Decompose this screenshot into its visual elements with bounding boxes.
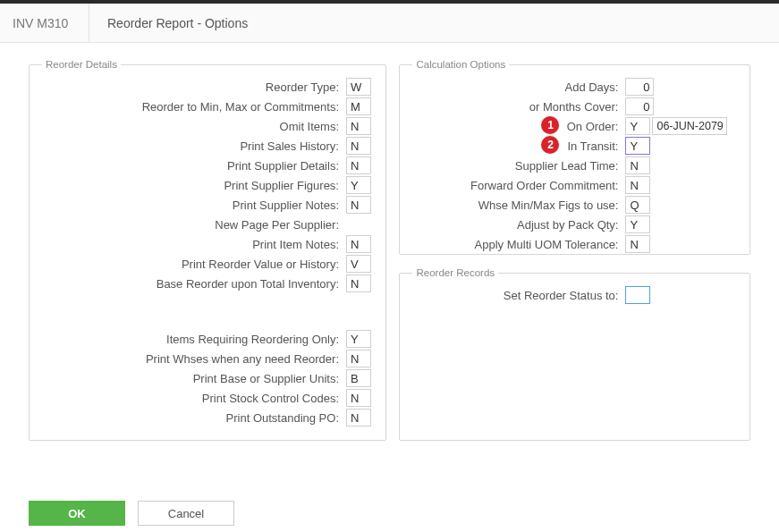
program-code: INV M310 — [0, 4, 89, 42]
lbl-supplier-lead-time: Supplier Lead Time: — [412, 159, 625, 173]
lbl-print-supplier-notes: Print Supplier Notes: — [42, 198, 346, 212]
print-base-supplier-units-input[interactable] — [346, 369, 371, 387]
print-supplier-notes-input[interactable] — [346, 196, 371, 214]
lbl-omit-items: Omit Items: — [42, 120, 346, 133]
months-cover-input[interactable] — [625, 97, 654, 115]
reorder-records-legend: Reorder Records — [412, 267, 498, 278]
lbl-print-item-notes: Print Item Notes: — [42, 238, 346, 251]
on-order-input[interactable] — [625, 117, 650, 135]
print-item-notes-input[interactable] — [346, 235, 371, 253]
lbl-new-page-per-supplier: New Page Per Supplier: — [42, 218, 346, 232]
print-supplier-details-input[interactable] — [346, 156, 371, 174]
print-outstanding-po-input[interactable] — [346, 409, 371, 426]
set-reorder-status-input[interactable] — [625, 286, 650, 304]
lbl-adjust-pack-qty: Adjust by Pack Qty: — [412, 218, 625, 232]
lbl-print-supplier-details: Print Supplier Details: — [42, 159, 346, 173]
lbl-apply-multi-uom: Apply Multi UOM Tolerance: — [412, 238, 625, 251]
lbl-print-reorder-value: Print Reorder Value or History: — [42, 258, 346, 271]
lbl-print-sales-history: Print Sales History: — [42, 139, 346, 153]
lbl-reorder-type: Reorder Type: — [42, 80, 346, 94]
lbl-forward-order-commit: Forward Order Commitment: — [412, 179, 625, 192]
reorder-minmax-input[interactable] — [346, 97, 371, 115]
page-title: Reorder Report - Options — [89, 16, 248, 30]
print-sales-history-input[interactable] — [346, 137, 371, 155]
header-bar: INV M310 Reorder Report - Options — [0, 4, 779, 43]
base-reorder-total-inv-input[interactable] — [346, 274, 371, 292]
lbl-items-req-reorder: Items Requiring Reordering Only: — [42, 333, 346, 346]
print-whses-input[interactable] — [346, 350, 371, 367]
lbl-print-outstanding-po: Print Outstanding PO: — [42, 411, 346, 425]
add-days-input[interactable] — [625, 78, 654, 96]
on-order-date-input[interactable] — [652, 117, 727, 135]
lbl-on-order: On Order: — [412, 120, 625, 133]
reorder-records-panel: Reorder Records Set Reorder Status to: — [399, 267, 750, 441]
lbl-add-days: Add Days: — [412, 80, 625, 94]
supplier-lead-time-input[interactable] — [625, 156, 650, 174]
forward-order-commit-input[interactable] — [625, 176, 650, 194]
apply-multi-uom-input[interactable] — [625, 235, 650, 253]
lbl-months-cover: or Months Cover: — [412, 100, 625, 114]
lbl-print-stock-control-codes: Print Stock Control Codes: — [42, 392, 346, 405]
omit-items-input[interactable] — [346, 117, 371, 135]
lbl-print-base-supplier-units: Print Base or Supplier Units: — [42, 372, 346, 385]
calculation-options-legend: Calculation Options — [412, 59, 509, 70]
reorder-details-legend: Reorder Details — [42, 59, 121, 70]
items-req-reorder-input[interactable] — [346, 330, 371, 348]
lbl-base-reorder-total-inv: Base Reorder upon Total Inventory: — [42, 277, 346, 291]
whse-minmax-input[interactable] — [625, 196, 650, 214]
lbl-reorder-minmax: Reorder to Min, Max or Commitments: — [42, 100, 346, 114]
lbl-whse-minmax: Whse Min/Max Figs to use: — [412, 198, 625, 212]
lbl-in-transit: In Transit: — [412, 139, 625, 153]
ok-button[interactable]: OK — [29, 501, 125, 526]
lbl-print-whses: Print Whses when any need Reorder: — [42, 352, 346, 366]
adjust-pack-qty-input[interactable] — [625, 215, 650, 233]
in-transit-input[interactable] — [625, 137, 650, 155]
reorder-details-panel: Reorder Details Reorder Type: Reorder to… — [29, 59, 386, 441]
print-reorder-value-input[interactable] — [346, 255, 371, 273]
reorder-type-input[interactable] — [346, 78, 371, 96]
cancel-button[interactable]: Cancel — [138, 501, 234, 526]
lbl-set-reorder-status: Set Reorder Status to: — [412, 289, 625, 302]
print-supplier-figures-input[interactable] — [346, 176, 371, 194]
calculation-options-panel: Calculation Options Add Days: or Months … — [399, 59, 750, 255]
lbl-print-supplier-figures: Print Supplier Figures: — [42, 179, 346, 192]
print-stock-control-codes-input[interactable] — [346, 389, 371, 407]
